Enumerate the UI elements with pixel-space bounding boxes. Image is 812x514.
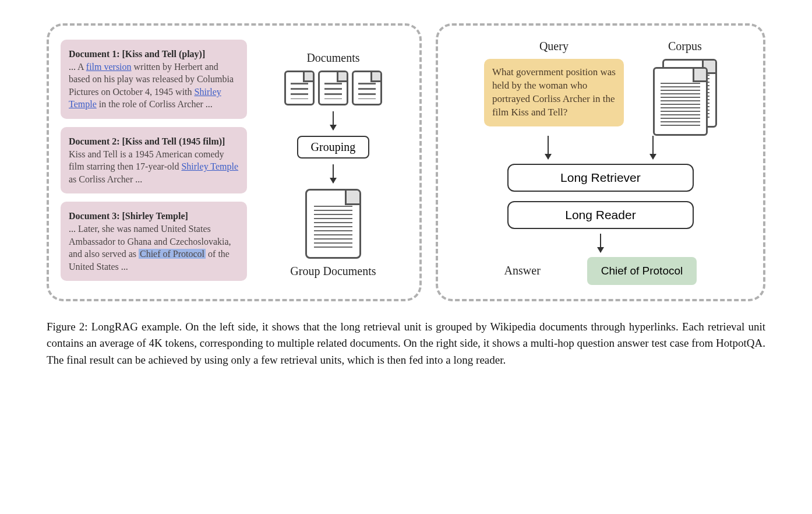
corpus-label: Corpus [668, 40, 702, 53]
query-column: Query What government position was held … [484, 40, 624, 136]
doc3-highlight-answer: Chief of Protocol [139, 249, 206, 259]
document-icon [653, 67, 708, 136]
corpus-column: Corpus [653, 40, 717, 136]
grouping-box: Grouping [297, 136, 370, 159]
right-top-row: Query What government position was held … [450, 40, 751, 136]
doc1-title: Document 1: [Kiss and Tell (play)] [69, 49, 205, 59]
answer-chip: Chief of Protocol [587, 257, 697, 285]
doc2-text-post: as Corliss Archer ... [69, 174, 142, 184]
doc1-link-film-version[interactable]: film version [86, 62, 132, 72]
document-icon [284, 71, 315, 105]
doc3-title: Document 3: [Shirley Temple] [69, 211, 188, 221]
doc2-link-shirley-temple[interactable]: Shirley Temple [181, 161, 238, 171]
grouped-document-icon [305, 189, 361, 259]
group-documents-label: Group Documents [290, 265, 376, 278]
document-icons-row [284, 71, 382, 105]
document-cards: Document 1: [Kiss and Tell (play)] ... A… [61, 40, 247, 285]
doc2-title: Document 2: [Kiss and Tell (1945 film)] [69, 136, 225, 146]
arrow-down-icon [333, 111, 334, 130]
doc1-text-pre: ... A [69, 62, 86, 72]
document-icon [352, 71, 382, 105]
arrow-down-icon [600, 234, 601, 252]
documents-label: Documents [306, 51, 359, 65]
query-box: What government position was held by the… [484, 59, 624, 126]
long-reader-box: Long Reader [507, 201, 694, 229]
doc-card-1: Document 1: [Kiss and Tell (play)] ... A… [61, 40, 247, 119]
document-icon [318, 71, 348, 105]
arrow-down-icon [548, 136, 549, 159]
figure-caption: Figure 2: LongRAG example. On the left s… [47, 319, 765, 369]
arrow-down-icon [652, 136, 654, 159]
answer-row: Answer Chief of Protocol [504, 257, 697, 285]
right-arrows-row [496, 136, 705, 159]
left-panel: Document 1: [Kiss and Tell (play)] ... A… [47, 23, 422, 301]
left-diagram: Documents Grouping Group Documents [259, 40, 408, 285]
doc-card-2: Document 2: [Kiss and Tell (1945 film)] … [61, 127, 247, 193]
doc-card-3: Document 3: [Shirley Temple] ... Later, … [61, 202, 247, 281]
figure-panels: Document 1: [Kiss and Tell (play)] ... A… [47, 23, 765, 301]
right-bottom: Long Retriever Long Reader Answer Chief … [450, 159, 751, 285]
doc1-text-post: in the role of Corliss Archer ... [97, 99, 213, 109]
long-retriever-box: Long Retriever [507, 164, 694, 192]
right-panel: Query What government position was held … [436, 23, 765, 301]
query-label: Query [539, 40, 569, 53]
corpus-icon [653, 59, 717, 136]
arrow-down-icon [333, 164, 334, 183]
answer-label: Answer [504, 264, 541, 277]
